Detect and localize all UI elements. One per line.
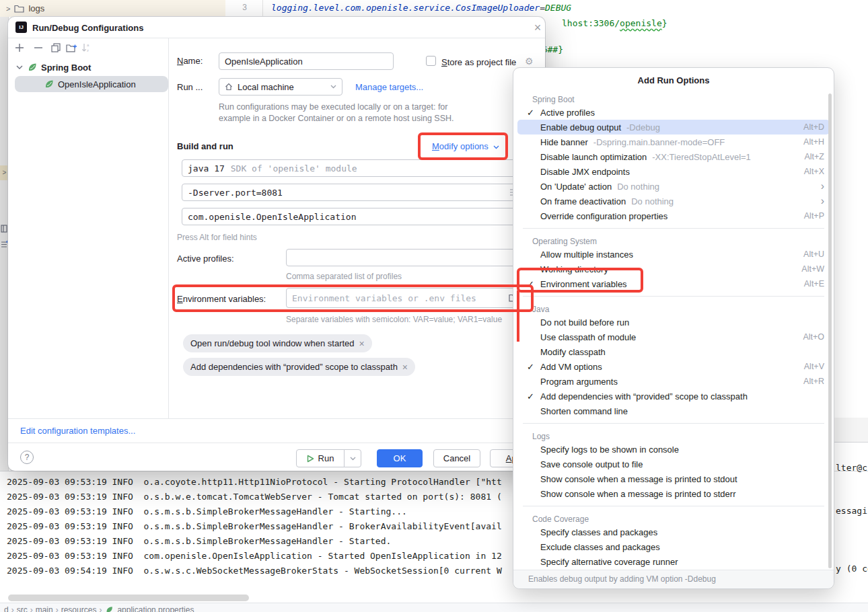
menu-item-active-profiles[interactable]: ✓Active profiles	[513, 105, 834, 120]
main-class-input[interactable]: com.openisle.OpenIsleApplication	[182, 208, 525, 225]
editor-line-number: 3	[225, 0, 247, 17]
jdk-select[interactable]: java 17 SDK of 'openisle' module	[182, 159, 525, 177]
menu-item-environment-variables[interactable]: ✓Environment variablesAlt+E	[513, 276, 834, 291]
help-icon[interactable]: ?	[20, 451, 34, 464]
vm-options-input[interactable]: -Dserver.port=8081	[182, 184, 525, 201]
menu-item-exclude-classes-and-packages[interactable]: Exclude classes and packages	[513, 539, 834, 554]
menu-item-shortcut: Alt+R	[803, 377, 824, 386]
popup-section-separator	[523, 506, 824, 506]
chevron-down-icon	[493, 145, 499, 149]
remove-tag-icon[interactable]: ×	[359, 338, 365, 349]
env-placeholder: Environment variables or .env files	[292, 293, 476, 303]
sort-icon[interactable]: az	[81, 42, 93, 54]
spring-leaf-icon	[106, 606, 113, 612]
menu-item-shortcut: Alt+P	[804, 211, 824, 221]
close-icon[interactable]: ×	[530, 20, 545, 36]
breadcrumb-item-src[interactable]: src	[17, 605, 28, 612]
menu-item-label: Modify classpath	[540, 347, 606, 357]
menu-item-allow-multiple-instances[interactable]: Allow multiple instancesAlt+U	[513, 247, 834, 262]
popup-section-separator	[523, 423, 824, 424]
menu-item-hide-banner[interactable]: Hide banner-Dspring.main.banner-mode=OFF…	[513, 135, 834, 149]
menu-item-show-console-when-a-message-is-printed-to-[interactable]: Show console when a message is printed t…	[513, 486, 834, 501]
menu-item-save-console-output-to-file[interactable]: Save console output to file	[513, 457, 834, 471]
popup-footer-hint: Enables debug output by adding VM option…	[513, 570, 834, 588]
menu-item-on-frame-deactivation[interactable]: On frame deactivationDo nothing›	[513, 194, 834, 208]
menu-item-disable-jmx-endpoints[interactable]: Disable JMX endpointsAlt+X	[513, 164, 834, 179]
copy-icon[interactable]	[50, 42, 63, 54]
environment-variables-hint: Separate variables with semicolon: VAR=v…	[286, 315, 502, 324]
menu-item-show-console-when-a-message-is-printed-to-[interactable]: Show console when a message is printed t…	[513, 471, 834, 486]
menu-item-label: Exclude classes and packages	[540, 542, 660, 552]
add-icon[interactable]	[14, 42, 26, 54]
tree-group-spring-boot[interactable]: Spring Boot	[16, 60, 91, 75]
popup-section-java: Java	[513, 301, 834, 315]
menu-item-add-dependencies-with-provided-scope-to-cl[interactable]: ✓Add dependencies with “provided” scope …	[513, 389, 834, 404]
gutter-divider	[262, 0, 263, 17]
menu-item-shorten-command-line[interactable]: Shorten command line	[513, 404, 834, 418]
breadcrumb-separator-icon: ›	[56, 605, 59, 612]
menu-item-program-arguments[interactable]: Program argumentsAlt+R	[513, 374, 834, 389]
console-line-fragment: lter@c	[836, 463, 867, 473]
cancel-button[interactable]: Cancel	[433, 449, 480, 467]
menu-item-label: Disable launch optimization	[540, 152, 647, 162]
menu-item-label: Show console when a message is printed t…	[540, 489, 736, 499]
menu-item-specify-alternative-coverage-runner[interactable]: Specify alternative coverage runner	[513, 554, 834, 569]
editor-fragment-1: lhost:3306/openisle}	[562, 18, 667, 28]
menu-item-add-vm-options[interactable]: ✓Add VM optionsAlt+V	[513, 359, 834, 374]
breadcrumb-item-d[interactable]: d	[4, 605, 9, 612]
edit-configuration-templates-link[interactable]: Edit configuration templates...	[20, 426, 135, 436]
project-tree-row-logs[interactable]: > logs	[0, 0, 225, 17]
menu-item-shortcut: Alt+E	[804, 279, 824, 289]
menu-item-label: Save console output to file	[540, 459, 643, 469]
tree-group-label: Spring Boot	[41, 63, 91, 73]
tag-add-provided-dependencies: Add dependencies with “provided” scope t…	[183, 358, 415, 376]
breadcrumb-separator-icon: ›	[30, 605, 33, 612]
manage-targets-link[interactable]: Manage targets...	[355, 82, 423, 92]
popup-scrollbar[interactable]	[828, 93, 832, 568]
new-folder-icon[interactable]	[66, 42, 78, 54]
environment-variables-input[interactable]: Environment variables or .env files	[286, 288, 525, 308]
menu-item-label: Hide banner	[540, 137, 588, 147]
run-on-help-line2: example in a Docker Container or on a re…	[219, 114, 454, 123]
run-debug-configurations-dialog: IJ Run/Debug Configurations × az Spring …	[8, 17, 545, 471]
menu-item-working-directory[interactable]: Working directoryAlt+W	[513, 262, 834, 276]
breadcrumb-item-resources[interactable]: resources	[61, 605, 97, 612]
remove-icon[interactable]	[33, 42, 45, 54]
home-icon	[225, 83, 233, 91]
active-profiles-input[interactable]	[286, 249, 525, 266]
folder-name: logs	[28, 3, 44, 13]
menu-item-specify-logs-to-be-shown-in-console[interactable]: Specify logs to be shown in console	[513, 442, 834, 457]
breadcrumb-separator-icon: ›	[11, 605, 14, 612]
menu-item-shortcut: Alt+O	[803, 332, 824, 342]
menu-item-specify-classes-and-packages[interactable]: Specify classes and packages	[513, 525, 834, 539]
tree-item-openisleapplication[interactable]: OpenIsleApplication	[15, 76, 168, 92]
gear-icon[interactable]: ⚙	[525, 56, 534, 67]
modify-options-link[interactable]: Modify options	[432, 141, 499, 151]
menu-item-use-classpath-of-module[interactable]: Use classpath of moduleAlt+O	[513, 330, 834, 344]
menu-item-label: Add dependencies with “provided” scope t…	[540, 391, 748, 401]
breadcrumb-item-application-properties[interactable]: application.properties	[117, 605, 194, 612]
menu-item-label: Allow multiple instances	[540, 250, 633, 260]
menu-item-do-not-build-before-run[interactable]: Do not build before run	[513, 315, 834, 330]
remove-tag-icon[interactable]: ×	[402, 362, 408, 373]
store-as-project-file-checkbox[interactable]	[426, 56, 436, 66]
horizontal-scrollbar[interactable]	[8, 595, 249, 601]
popup-section-separator	[523, 296, 824, 297]
menu-item-label: Specify classes and packages	[540, 527, 657, 537]
menu-item-label: Disable JMX endpoints	[540, 167, 630, 177]
name-input[interactable]: OpenIsleApplication	[219, 52, 394, 70]
run-button[interactable]: Run	[296, 449, 345, 467]
menu-item-modify-classpath[interactable]: Modify classpath	[513, 344, 834, 359]
menu-item-override-configuration-properties[interactable]: Override configuration propertiesAlt+P	[513, 208, 834, 223]
run-dropdown-button[interactable]	[344, 449, 361, 467]
submenu-arrow-icon: ›	[821, 198, 824, 204]
run-play-icon	[307, 455, 314, 463]
menu-item-disable-launch-optimization[interactable]: Disable launch optimization-XX:TieredSto…	[513, 149, 834, 164]
menu-item-label: Add VM options	[540, 362, 602, 372]
run-on-select[interactable]: Local machine	[219, 78, 342, 95]
ok-button[interactable]: OK	[377, 449, 423, 467]
menu-item-enable-debug-output[interactable]: Enable debug output-DdebugAlt+D	[517, 120, 830, 135]
chevron-right-icon[interactable]: >	[6, 5, 10, 13]
breadcrumb-item-main[interactable]: main	[36, 605, 53, 612]
menu-item-on-update-action[interactable]: On 'Update' actionDo nothing›	[513, 179, 834, 194]
